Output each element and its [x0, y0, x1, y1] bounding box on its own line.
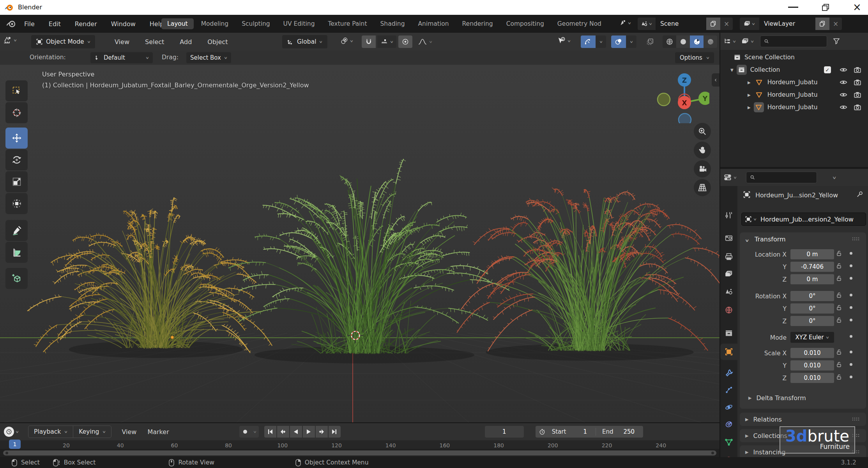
new-view-layer-button[interactable]	[815, 18, 829, 30]
expand-arrow[interactable]: ▼	[730, 68, 734, 72]
jump-to-end-button[interactable]	[329, 426, 341, 438]
mode-dropdown[interactable]: Object Mode ∨	[31, 35, 95, 48]
snap-toggle[interactable]	[362, 35, 376, 48]
timeline-scrollbar[interactable]	[0, 449, 720, 457]
lock-icon[interactable]	[836, 374, 843, 381]
expand-arrow[interactable]: ▶	[748, 105, 751, 110]
collection-checkbox[interactable]: ✓	[824, 66, 831, 73]
outliner-filter-icon[interactable]	[833, 37, 840, 45]
workspace-tab-compositing[interactable]: Compositing	[500, 18, 550, 29]
tool-select-box[interactable]	[5, 80, 28, 101]
animate-dot[interactable]	[850, 335, 852, 338]
workspace-tab-uv-editing[interactable]: UV Editing	[278, 18, 321, 29]
pivot-point-dropdown[interactable]: ∨	[340, 37, 353, 45]
tab-world-icon[interactable]	[725, 306, 733, 314]
location-z-field[interactable]: 0 m	[790, 274, 834, 284]
start-value[interactable]: 1	[583, 428, 587, 435]
lock-icon[interactable]	[836, 262, 843, 269]
zoom-button[interactable]	[694, 123, 711, 140]
unlink-scene-button[interactable]: ×	[720, 20, 733, 28]
timeline-view-menu[interactable]: View	[122, 428, 136, 436]
scrollbar-thumb[interactable]	[3, 450, 716, 456]
workspace-tab-geometry-nodes[interactable]: Geometry Nod	[552, 18, 607, 29]
animate-dot[interactable]	[850, 319, 852, 321]
scale-y-field[interactable]: 0.010	[790, 360, 834, 370]
location-x-field[interactable]: 0 m	[790, 249, 834, 259]
animate-dot[interactable]	[850, 363, 852, 366]
menu-window[interactable]: Window	[111, 20, 136, 28]
lock-icon[interactable]	[836, 349, 843, 356]
new-scene-button[interactable]	[706, 18, 720, 30]
navigation-gizmo[interactable]: Z Y X	[647, 69, 709, 123]
keying-menu[interactable]: Keying∨	[73, 426, 111, 438]
auto-keying-toggle[interactable]	[239, 426, 251, 438]
pin-icon[interactable]	[856, 191, 864, 199]
xray-toggle[interactable]	[643, 35, 657, 48]
hide-eye-toggle[interactable]	[840, 78, 847, 86]
delta-transform-subpanel[interactable]: ▶ Delta Transform	[748, 394, 806, 402]
jump-next-keyframe-button[interactable]	[316, 426, 328, 438]
outliner-row-scene-collection[interactable]: Scene Collection	[720, 51, 868, 63]
tool-scale[interactable]	[5, 171, 28, 192]
animate-dot[interactable]	[850, 306, 852, 309]
outliner-row-object-3-active[interactable]: ▶ Hordeum_Jubatu	[720, 101, 868, 113]
tool-cursor[interactable]	[5, 102, 28, 123]
current-frame-field[interactable]: 1	[485, 426, 524, 438]
editor-type-button[interactable]: ∨	[3, 35, 17, 45]
tab-object-data-icon[interactable]	[725, 438, 733, 447]
tab-particles-icon[interactable]	[725, 386, 733, 394]
menu-edit[interactable]: Edit	[49, 20, 61, 28]
expand-arrow[interactable]: ▶	[748, 93, 751, 97]
end-value[interactable]: 250	[623, 428, 635, 435]
sidebar-collapse-arrow[interactable]: ‹	[712, 73, 720, 87]
animate-dot[interactable]	[850, 277, 852, 280]
workspace-tab-texture-paint[interactable]: Texture Paint	[322, 18, 373, 29]
properties-search-input[interactable]	[758, 174, 813, 181]
menu-view[interactable]: View	[115, 38, 129, 46]
preview-range-icon[interactable]	[539, 428, 546, 435]
camera-visibility-toggle[interactable]	[854, 103, 861, 111]
minimize-button[interactable]	[788, 7, 798, 8]
shading-rendered-button[interactable]	[704, 35, 717, 48]
drag-dropdown[interactable]: Select Box∨	[186, 52, 231, 63]
tab-output-icon[interactable]	[725, 252, 733, 261]
workspace-tab-modeling[interactable]: Modeling	[195, 18, 235, 29]
tool-add-cube[interactable]	[5, 268, 28, 289]
scene-selector[interactable]: ∨ Scene ×	[638, 18, 733, 30]
hide-eye-toggle[interactable]	[840, 66, 847, 74]
outliner-row-object-2[interactable]: ▶ Hordeum_Jubatu	[720, 89, 868, 101]
transform-expand-arrow[interactable]: ∨	[745, 239, 750, 243]
animate-dot[interactable]	[850, 294, 852, 296]
overlays-dropdown[interactable]: ∨	[626, 35, 636, 48]
gizmos-dropdown[interactable]: ∨	[596, 35, 606, 48]
maximize-button[interactable]	[821, 3, 830, 12]
close-button[interactable]: ×	[853, 1, 861, 13]
tab-tool-icon[interactable]	[725, 211, 733, 220]
workspace-tab-animation[interactable]: Animation	[412, 18, 454, 29]
lock-icon[interactable]	[836, 292, 843, 299]
play-reverse-button[interactable]	[290, 426, 302, 438]
tool-measure[interactable]	[5, 242, 28, 263]
transform-panel-title[interactable]: Transform	[755, 236, 786, 243]
camera-visibility-toggle[interactable]	[854, 66, 861, 74]
snap-settings-dropdown[interactable]: ∨	[377, 35, 396, 48]
tab-constraints-icon[interactable]	[725, 420, 733, 429]
object-name-field[interactable]: ∨ Hordeum_Jub...ersion2_Yellow	[741, 213, 866, 226]
hide-eye-toggle[interactable]	[840, 103, 847, 111]
gizmos-toggle[interactable]	[581, 35, 596, 48]
outliner-search-input[interactable]	[773, 38, 823, 45]
options-dropdown[interactable]: Options∨	[675, 52, 714, 63]
tab-scene-icon[interactable]	[725, 287, 733, 296]
workspace-tab-sculpting[interactable]: Sculpting	[236, 18, 276, 29]
rotation-z-field[interactable]: 0°	[790, 316, 834, 326]
proportional-editing-toggle[interactable]	[398, 35, 412, 48]
animate-dot[interactable]	[850, 252, 852, 255]
lock-icon[interactable]	[836, 304, 843, 311]
show-object-types-dropdown[interactable]: ∨	[557, 36, 571, 46]
panel-grip[interactable]	[852, 237, 860, 241]
timeline-ruler[interactable]: 20406080100120140160180200220240	[0, 440, 720, 449]
outliner-search[interactable]	[760, 35, 827, 47]
rotation-y-field[interactable]: 0°	[790, 303, 834, 314]
lock-icon[interactable]	[836, 317, 843, 324]
lock-icon[interactable]	[836, 361, 843, 368]
